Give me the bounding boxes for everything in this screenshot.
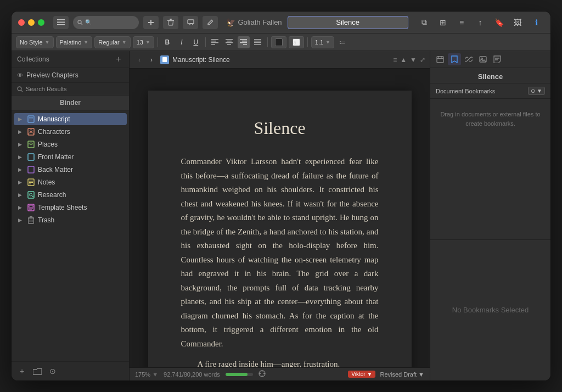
bookmark-type-selector[interactable]: ⊙ ▼ bbox=[528, 87, 545, 95]
expand-arrow: ▶ bbox=[18, 205, 24, 210]
nav-back-button[interactable]: ‹ bbox=[134, 54, 145, 65]
preview-chapters-button[interactable]: 👁 Preview Chapters bbox=[12, 68, 129, 83]
delete-button[interactable] bbox=[163, 16, 178, 29]
justify-button[interactable] bbox=[252, 36, 264, 48]
draft-arrow: ▼ bbox=[418, 371, 424, 378]
draft-status-button[interactable]: Revised Draft ▼ bbox=[380, 371, 424, 378]
svg-rect-0 bbox=[57, 19, 65, 20]
svg-rect-37 bbox=[28, 166, 34, 173]
nav-up-button[interactable]: ▲ bbox=[400, 56, 407, 64]
research-icon bbox=[26, 191, 35, 199]
divider-4 bbox=[307, 37, 308, 47]
line-spacing-selector[interactable]: 1.1 ▼ bbox=[311, 36, 334, 48]
document-icon bbox=[160, 55, 169, 64]
bookmark-button[interactable]: 🔖 bbox=[491, 16, 507, 29]
binder-item-characters[interactable]: ▶ Characters bbox=[14, 126, 127, 138]
font-dropdown-arrow: ▼ bbox=[83, 40, 88, 45]
label-dropdown-arrow: ▼ bbox=[367, 371, 373, 377]
progress-bar bbox=[226, 373, 253, 376]
page-body: Commander Viktor Larsson hadn't experien… bbox=[181, 155, 379, 367]
highlight-color-button[interactable]: a bbox=[289, 36, 304, 48]
label-button[interactable]: Viktor ▼ bbox=[348, 371, 375, 378]
nav-forward-button[interactable]: › bbox=[146, 54, 157, 65]
annotation-button[interactable] bbox=[183, 16, 198, 29]
sidebar-toggle-button[interactable] bbox=[53, 16, 69, 29]
text-color-button[interactable] bbox=[271, 36, 286, 48]
copy-button[interactable]: ⧉ bbox=[417, 16, 432, 29]
binder-item-places[interactable]: ▶ Places bbox=[14, 138, 127, 150]
svg-rect-12 bbox=[211, 42, 218, 43]
target-button[interactable] bbox=[258, 370, 266, 378]
right-panel-tabs bbox=[430, 51, 550, 68]
doc-breadcrumb: Manuscript: Silence bbox=[172, 56, 230, 64]
zoom-arrow: ▼ bbox=[152, 371, 158, 378]
expand-arrow: ▶ bbox=[18, 217, 24, 223]
share-button[interactable]: ↑ bbox=[473, 16, 488, 29]
font-weight-selector[interactable]: Regular ▼ bbox=[94, 36, 130, 48]
binder-item-research[interactable]: ▶ Research bbox=[14, 189, 127, 201]
rp-tab-bookmark[interactable] bbox=[448, 53, 461, 65]
list-view-button[interactable]: ≡ bbox=[454, 16, 469, 29]
chapter-title: Silence bbox=[181, 118, 379, 138]
zoom-control[interactable]: 175% ▼ bbox=[135, 371, 158, 378]
rp-tab-link[interactable] bbox=[462, 53, 475, 65]
svg-rect-20 bbox=[240, 42, 247, 43]
photo-button[interactable]: 🖼 bbox=[510, 16, 525, 29]
search-icon bbox=[17, 86, 23, 92]
divider-2 bbox=[205, 37, 206, 47]
fullscreen-button[interactable] bbox=[38, 19, 44, 26]
add-item-button[interactable]: + bbox=[16, 365, 28, 377]
italic-button[interactable]: I bbox=[176, 36, 188, 48]
svg-point-43 bbox=[29, 193, 32, 196]
svg-point-35 bbox=[30, 143, 32, 145]
binder-item-trash[interactable]: ▶ Trash bbox=[14, 214, 127, 226]
binder-items: ▶ Manuscript ▶ Characters ▶ bbox=[12, 110, 129, 361]
binder-item-back-matter[interactable]: ▶ Back Matter bbox=[14, 164, 127, 176]
font-selector[interactable]: Palatino ▼ bbox=[56, 36, 93, 48]
right-panel: Silence Document Bookmarks ⊙ ▼ Drag in d… bbox=[430, 51, 550, 380]
svg-rect-1 bbox=[57, 22, 65, 23]
svg-rect-14 bbox=[226, 39, 233, 40]
style-selector[interactable]: No Style ▼ bbox=[16, 36, 54, 48]
binder-item-notes[interactable]: ▶ Notes bbox=[14, 176, 127, 188]
svg-rect-46 bbox=[29, 205, 33, 208]
rp-tab-calendar[interactable] bbox=[434, 53, 447, 65]
document-title-field[interactable]: Silence bbox=[288, 16, 408, 29]
align-left-button[interactable] bbox=[209, 36, 221, 48]
bold-button[interactable]: B bbox=[161, 36, 173, 48]
collections-label: Collections bbox=[17, 55, 49, 63]
page-view[interactable]: Silence Commander Viktor Larsson hadn't … bbox=[130, 69, 430, 367]
info-button[interactable]: ℹ bbox=[529, 16, 544, 29]
paragraph-2: A fire raged inside him—anger, frustrati… bbox=[181, 357, 379, 367]
svg-rect-55 bbox=[162, 57, 167, 62]
expand-arrow: ▶ bbox=[18, 180, 24, 185]
add-button[interactable] bbox=[143, 16, 159, 29]
rp-tab-note[interactable] bbox=[491, 53, 504, 65]
svg-rect-17 bbox=[227, 44, 231, 45]
minimize-button[interactable] bbox=[28, 19, 35, 26]
folder-button[interactable] bbox=[31, 365, 43, 377]
underline-button[interactable]: U bbox=[190, 36, 202, 48]
binder-item-template-sheets[interactable]: ▶ Template Sheets bbox=[14, 201, 127, 214]
search-field[interactable]: 🔍 bbox=[73, 16, 139, 29]
options-button[interactable]: ⊙ bbox=[47, 365, 59, 377]
svg-rect-61 bbox=[437, 57, 443, 63]
binder-header: Binder bbox=[12, 96, 129, 110]
view-options-button[interactable]: ≡ bbox=[393, 56, 397, 64]
edit-button[interactable] bbox=[203, 16, 218, 29]
status-right: Viktor ▼ Revised Draft ▼ bbox=[348, 371, 424, 378]
collections-add-button[interactable]: + bbox=[114, 54, 123, 64]
nav-down-button[interactable]: ▼ bbox=[410, 56, 417, 64]
rp-tab-photo[interactable] bbox=[476, 53, 490, 65]
close-button[interactable] bbox=[18, 19, 25, 26]
svg-rect-11 bbox=[211, 41, 216, 42]
expand-button[interactable]: ⤢ bbox=[420, 56, 425, 64]
binder-item-front-matter[interactable]: ▶ Front Matter bbox=[14, 151, 127, 163]
font-size-selector[interactable]: 13 ▼ bbox=[133, 36, 154, 48]
app-window: 🔍 🦅 Goliath Fallen Silence ⧉ ⊞ bbox=[11, 11, 551, 381]
list-button[interactable]: ≔ bbox=[336, 36, 349, 48]
align-center-button[interactable] bbox=[223, 36, 235, 48]
binder-item-manuscript[interactable]: ▶ Manuscript bbox=[14, 113, 127, 125]
align-right-button[interactable] bbox=[238, 36, 250, 48]
grid-view-button[interactable]: ⊞ bbox=[435, 16, 451, 29]
